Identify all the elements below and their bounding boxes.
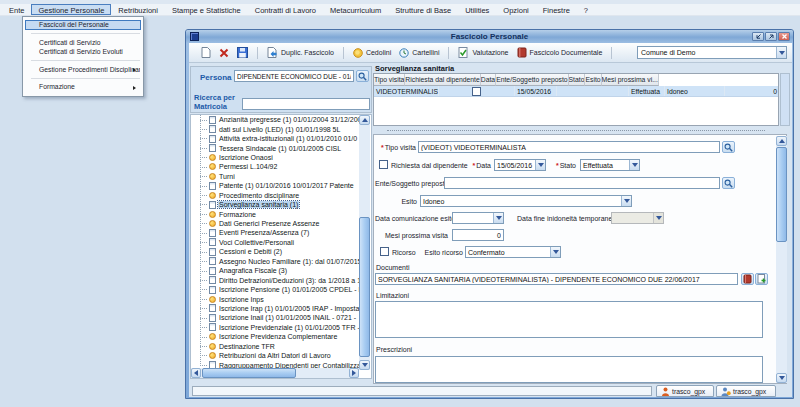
- column-header[interactable]: Richiesta dal dipendente: [405, 74, 480, 86]
- mesi-prossima-visita-input[interactable]: [452, 229, 504, 241]
- dropdown-menu-item[interactable]: [31, 33, 140, 34]
- tree-item[interactable]: Voci Collettive/Personali: [191, 238, 359, 247]
- prescrizioni-textarea[interactable]: [375, 356, 763, 383]
- menubar-item[interactable]: Retribuzioni: [111, 4, 165, 15]
- close-button[interactable]: [778, 32, 790, 41]
- dropdown-menu-item[interactable]: [31, 78, 140, 79]
- tree-item[interactable]: Diritto Detrazioni/Deduzioni (3): da 1/2…: [191, 275, 359, 284]
- scrollbar-thumb[interactable]: [776, 147, 787, 242]
- column-header[interactable]: Tipo visita: [374, 74, 405, 86]
- ente-soggetto-input[interactable]: [444, 177, 720, 189]
- tree-item[interactable]: Turni: [191, 172, 359, 181]
- dropdown-menu-item[interactable]: Certificati di Servizio Evoluti: [25, 47, 141, 57]
- dropdown-menu-item[interactable]: Fascicoli del Personale: [25, 20, 141, 30]
- scroll-up-button[interactable]: [776, 136, 787, 146]
- tree-item[interactable]: Anzianità pregresse (1) 01/01/2004 31/12…: [191, 115, 359, 124]
- menubar-item[interactable]: Finestre: [536, 4, 577, 15]
- menubar-item[interactable]: Metacurriculum: [323, 4, 388, 15]
- richiesta-dal-dipendente-checkbox[interactable]: [379, 160, 388, 169]
- menubar-item[interactable]: Strutture di Base: [388, 4, 458, 15]
- column-header[interactable]: Mesi prossima vi...: [602, 74, 659, 86]
- persona-search-button[interactable]: [356, 70, 369, 82]
- esito-select[interactable]: Idoneo: [420, 195, 632, 207]
- tree-item[interactable]: Procedimento disciplinare: [191, 191, 359, 200]
- scroll-down-button[interactable]: [776, 373, 787, 383]
- richiesta-checkbox[interactable]: [472, 87, 481, 96]
- matricola-input[interactable]: [242, 98, 370, 110]
- stato-select[interactable]: Effettuata: [580, 159, 640, 171]
- persona-input[interactable]: [234, 70, 354, 82]
- add-document-button[interactable]: [755, 273, 768, 285]
- scroll-up-button[interactable]: [359, 115, 370, 125]
- tree-item[interactable]: Iscrizione Inps: [191, 294, 359, 303]
- menubar-item[interactable]: Ente: [2, 4, 31, 15]
- tree-vertical-scrollbar[interactable]: [359, 115, 370, 370]
- session-tab[interactable]: trasco_gpx: [656, 385, 714, 397]
- column-header[interactable]: Ente/Soggetto preposto: [496, 74, 568, 86]
- window-titlebar[interactable]: Fascicolo Personale: [186, 30, 793, 43]
- delete-button[interactable]: [215, 46, 233, 60]
- tree-item[interactable]: Iscrizione Previdenza Complementare: [191, 332, 359, 341]
- tree-item[interactable]: Attività extra-istituzionali (1) 01/01/2…: [191, 134, 359, 143]
- menubar-item[interactable]: Gestione Personale: [31, 4, 111, 15]
- column-header[interactable]: Stato: [569, 74, 586, 86]
- limitazioni-textarea[interactable]: [375, 301, 763, 338]
- menubar-item[interactable]: Contratti di Lavoro: [248, 4, 323, 15]
- tree-item[interactable]: Sorveglianza sanitaria (1): [191, 200, 359, 209]
- tree-item[interactable]: Patente (1) 01/10/2016 10/01/2017 Patent…: [191, 181, 359, 190]
- duplicate-fascicolo-button[interactable]: Duplic. Fascicolo: [263, 45, 338, 60]
- tree-item[interactable]: Eventi Presenza/Assenza (7): [191, 228, 359, 237]
- new-button[interactable]: [197, 45, 215, 60]
- company-select[interactable]: Comune di Demo: [637, 46, 787, 59]
- data-select[interactable]: 15/05/2016: [494, 159, 546, 171]
- tipo-visita-input[interactable]: [418, 141, 720, 153]
- ente-search-button[interactable]: [722, 177, 735, 189]
- menubar-item[interactable]: Utilities: [458, 4, 496, 15]
- scroll-down-button[interactable]: [359, 360, 370, 370]
- tree-item[interactable]: Anagrafica Fiscale (3): [191, 266, 359, 275]
- fascicolo-documentale-button[interactable]: Fascicolo Documentale: [513, 45, 607, 60]
- maximize-button[interactable]: [765, 32, 777, 41]
- cedolini-button[interactable]: Cedolini: [349, 46, 395, 60]
- dropdown-menu-item[interactable]: Gestione Procedimenti Disciplinari: [25, 65, 141, 75]
- tree-item[interactable]: Iscrizione Pensione (1) 01/01/2005 CPDEL…: [191, 285, 359, 294]
- scrollbar-thumb[interactable]: [202, 368, 296, 378]
- menubar-item[interactable]: ?: [577, 4, 595, 15]
- cartellini-button[interactable]: Cartellini: [395, 46, 443, 60]
- esito-ricorso-select[interactable]: Confermato: [465, 246, 561, 258]
- panel-splitter[interactable]: [387, 130, 765, 131]
- menubar-item[interactable]: Stampe e Statistiche: [165, 4, 248, 15]
- tree-item[interactable]: Permessi L.104/92: [191, 162, 359, 171]
- documenti-input[interactable]: [375, 273, 738, 285]
- dropdown-menu-item[interactable]: [31, 60, 140, 61]
- data-comunicazione-select[interactable]: [452, 212, 504, 224]
- valutazione-button[interactable]: Valutazione: [454, 45, 512, 60]
- tree-item[interactable]: Iscrizione Irap (1) 01/01/2005 IRAP - Im…: [191, 304, 359, 313]
- tree-item[interactable]: Retribuzioni da Altri Datori di Lavoro: [191, 351, 359, 360]
- tree-item[interactable]: Tessera Sindacale (1) 01/01/2005 CISL: [191, 143, 359, 152]
- tree-item[interactable]: dati sul Livello (LED) (1) 01/01/1998 5L: [191, 124, 359, 133]
- tree-item[interactable]: Dati Generici Presenze Assenze: [191, 219, 359, 228]
- tree-item[interactable]: Cessioni e Debiti (2): [191, 247, 359, 256]
- tree-horizontal-scrollbar[interactable]: [191, 368, 359, 378]
- menubar-item[interactable]: Opzioni: [496, 4, 535, 15]
- dropdown-menu-item[interactable]: Formazione: [25, 82, 141, 92]
- tree-item[interactable]: Destinazione TFR: [191, 342, 359, 351]
- tree-item[interactable]: Iscrizione Inail (1) 01/01/2005 INAIL - …: [191, 313, 359, 322]
- tree-item[interactable]: Iscrizione Previdenziale (1) 01/01/2005 …: [191, 323, 359, 332]
- tipo-visita-search-button[interactable]: [722, 141, 735, 153]
- table-row[interactable]: VIDEOTERMINALISTA 15/05/2016 Effettuata …: [374, 86, 778, 97]
- scrollbar-thumb[interactable]: [359, 217, 370, 357]
- scroll-right-button[interactable]: [349, 368, 359, 378]
- form-vertical-scrollbar[interactable]: [776, 136, 787, 383]
- column-header[interactable]: Data: [481, 74, 496, 86]
- save-button[interactable]: [233, 45, 252, 60]
- tree-item[interactable]: Formazione: [191, 209, 359, 218]
- open-document-button[interactable]: [741, 273, 754, 285]
- ricorso-checkbox[interactable]: [380, 247, 389, 256]
- scroll-left-button[interactable]: [191, 368, 201, 378]
- session-tab[interactable]: trasco_gpx: [716, 385, 776, 397]
- dropdown-menu-item[interactable]: Certificati di Servizio: [25, 38, 141, 48]
- tree-item[interactable]: Assegno Nucleo Familiare (1): dal 01/07/…: [191, 257, 359, 266]
- column-header[interactable]: Esito: [585, 74, 601, 86]
